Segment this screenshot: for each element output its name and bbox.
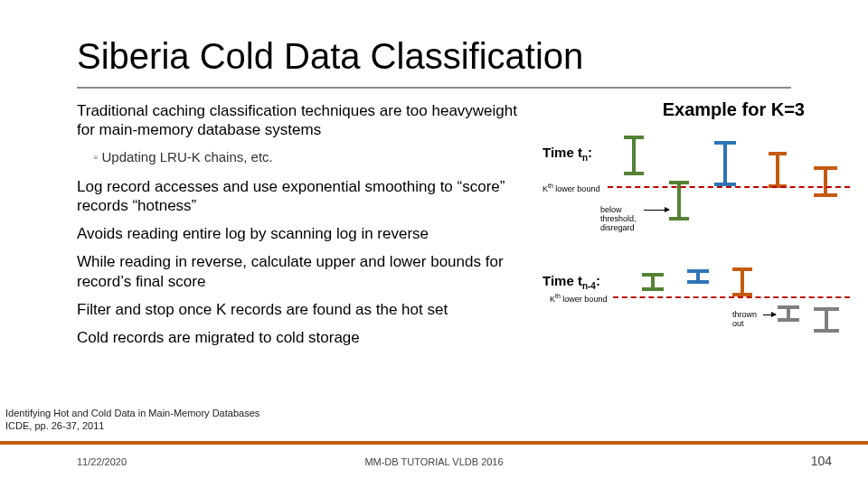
para-2: Avoids reading entire log by scanning lo… <box>77 224 529 243</box>
para-1: Log record accesses and use exponential … <box>77 177 529 216</box>
para-5: Cold records are migrated to cold storag… <box>77 328 529 347</box>
time-tn-suffix: : <box>588 145 592 160</box>
example-diagram: Time tn: Kth lower bound below threshold… <box>542 136 859 371</box>
ibeam-n4-1 <box>642 273 664 291</box>
time-tn4-prefix: Time t <box>542 273 582 288</box>
slide-number: 104 <box>811 454 832 468</box>
kth-bound-line-n <box>608 186 850 188</box>
ibeam-n4-5 <box>814 307 839 333</box>
time-tn4-suffix: : <box>596 273 600 288</box>
ibeam-n4-4 <box>778 305 799 322</box>
subbullet-0: Updating LRU-K chains, etc. <box>93 149 529 164</box>
below-threshold-label: below threshold, disregard <box>600 206 642 233</box>
arrow-below <box>644 210 669 211</box>
time-tn4-sub: n-4 <box>582 281 596 291</box>
para-3: While reading in reverse, calculate uppe… <box>77 252 529 291</box>
ibeam-n-4 <box>769 152 787 188</box>
ibeam-n-3 <box>714 141 736 186</box>
arrow-thrown <box>763 314 776 315</box>
slide-title: Siberia Cold Data Classification <box>77 36 583 77</box>
kth-rest: lower bound <box>553 184 600 193</box>
slide: Siberia Cold Data Classification Traditi… <box>0 0 868 488</box>
para-4: Filter and stop once K records are found… <box>77 300 529 319</box>
time-tn-prefix: Time t <box>542 145 582 160</box>
citation-line-2: ICDE, pp. 26-37, 2011 <box>5 419 259 432</box>
citation: Identifying Hot and Cold Data in Main-Me… <box>5 407 259 433</box>
footer-divider <box>0 441 868 445</box>
example-title: Example for K=3 <box>663 99 805 120</box>
kth-label-n4: Kth lower bound <box>550 293 607 305</box>
time-tn4-label: Time tn-4: <box>542 273 600 291</box>
kth-label-n: Kth lower bound <box>542 183 599 194</box>
footer-center: MM-DB TUTORIAL VLDB 2016 <box>0 456 868 467</box>
body-text: Traditional caching classification techn… <box>77 101 529 356</box>
ibeam-n4-2 <box>687 269 709 284</box>
citation-line-1: Identifying Hot and Cold Data in Main-Me… <box>5 407 259 419</box>
kth-bound-line-n4 <box>613 296 850 298</box>
time-tn-label: Time tn: <box>542 145 592 163</box>
kth-rest-2: lower bound <box>561 295 608 304</box>
para-0: Traditional caching classification techn… <box>77 101 529 140</box>
ibeam-n4-3 <box>732 267 752 296</box>
ibeam-n-1 <box>624 136 644 175</box>
thrown-out-label: thrown out <box>732 311 763 329</box>
title-divider <box>77 87 791 89</box>
ibeam-n-5 <box>814 166 837 197</box>
